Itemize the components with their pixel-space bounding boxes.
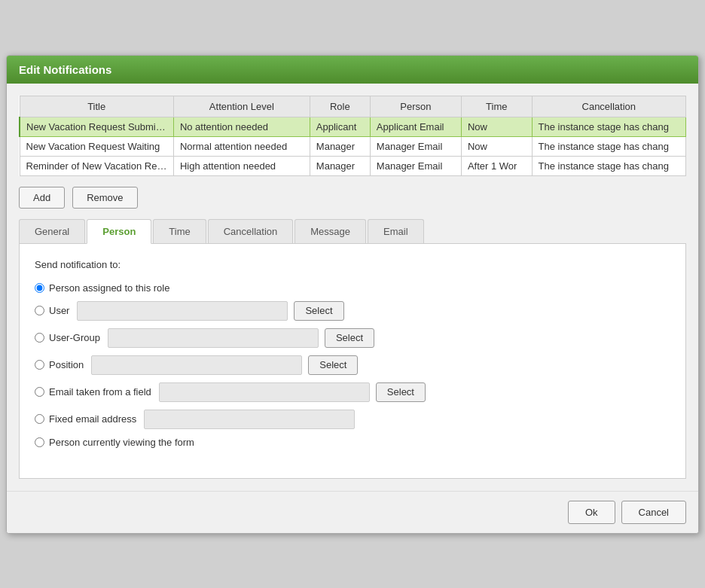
radio-label-role[interactable]: Person assigned to this role: [49, 282, 169, 294]
send-notification-label: Send notification to:: [35, 259, 670, 270]
radio-viewing[interactable]: [35, 437, 44, 447]
radio-role[interactable]: [35, 283, 44, 293]
radio-fixed_email[interactable]: [35, 414, 44, 424]
dialog-title: Edit Notifications: [19, 63, 111, 76]
radio-row-role: Person assigned to this role: [35, 282, 670, 294]
tab-time[interactable]: Time: [153, 219, 206, 243]
select-button-user_group[interactable]: Select: [325, 328, 374, 348]
select-button-user[interactable]: Select: [294, 301, 343, 321]
radio-user_group[interactable]: [35, 333, 44, 343]
col-attention: Attention Level: [173, 96, 310, 117]
radio-email_field[interactable]: [35, 387, 44, 397]
notification-table: Title Attention Level Role Person Time C…: [19, 96, 686, 176]
table-header-row: Title Attention Level Role Person Time C…: [20, 96, 686, 117]
radio-row-viewing: Person currently viewing the form: [35, 437, 670, 448]
radio-position[interactable]: [35, 360, 44, 370]
radio-label-email_field[interactable]: Email taken from a field: [49, 386, 151, 398]
edit-notifications-dialog: Edit Notifications Title Attention Level…: [6, 55, 699, 534]
dialog-body: Title Attention Level Role Person Time C…: [7, 84, 698, 491]
tab-person[interactable]: Person: [87, 219, 151, 244]
dialog-footer: Ok Cancel: [7, 491, 698, 533]
text-input-email_field[interactable]: [159, 382, 370, 402]
col-role: Role: [310, 96, 370, 117]
radio-label-user_group[interactable]: User-Group: [49, 332, 100, 343]
tab-content-person: Send notification to: Person assigned to…: [19, 244, 686, 479]
tab-cancellation[interactable]: Cancellation: [208, 219, 294, 243]
radio-row-position: PositionSelect: [35, 355, 670, 375]
select-button-email_field[interactable]: Select: [376, 382, 426, 402]
radio-row-user: UserSelect: [35, 301, 670, 321]
dialog-header: Edit Notifications: [7, 56, 698, 84]
radio-label-fixed_email[interactable]: Fixed email address: [49, 413, 136, 425]
col-cancellation: Cancellation: [532, 96, 685, 117]
text-input-user_group[interactable]: [108, 328, 319, 348]
table-row[interactable]: Reminder of New Vacation RequestHigh att…: [20, 156, 686, 175]
action-buttons: Add Remove: [19, 187, 686, 209]
tab-message[interactable]: Message: [295, 219, 366, 243]
text-input-user[interactable]: [77, 301, 288, 321]
cancel-button[interactable]: Cancel: [621, 501, 686, 524]
table-row[interactable]: New Vacation Request WaitingNormal atten…: [20, 136, 686, 156]
col-time: Time: [461, 96, 532, 117]
radio-label-position[interactable]: Position: [49, 359, 84, 370]
add-button[interactable]: Add: [19, 187, 65, 209]
radio-user[interactable]: [35, 306, 44, 315]
radio-row-user_group: User-GroupSelect: [35, 328, 670, 348]
col-title: Title: [20, 96, 173, 117]
col-person: Person: [370, 96, 461, 117]
tab-general[interactable]: General: [19, 219, 85, 243]
tab-email[interactable]: Email: [368, 219, 424, 243]
radio-row-email_field: Email taken from a fieldSelect: [35, 382, 670, 402]
table-row[interactable]: New Vacation Request SubmittedNo attenti…: [20, 117, 686, 136]
remove-button[interactable]: Remove: [72, 187, 137, 209]
text-input-fixed_email[interactable]: [144, 410, 355, 429]
radio-label-viewing[interactable]: Person currently viewing the form: [49, 437, 194, 448]
text-input-position[interactable]: [91, 355, 302, 375]
radio-row-fixed_email: Fixed email address: [35, 410, 670, 429]
ok-button[interactable]: Ok: [568, 501, 615, 524]
radio-label-user[interactable]: User: [49, 305, 69, 316]
tabs-bar: GeneralPersonTimeCancellationMessageEmai…: [19, 219, 686, 244]
select-button-position[interactable]: Select: [308, 355, 358, 375]
